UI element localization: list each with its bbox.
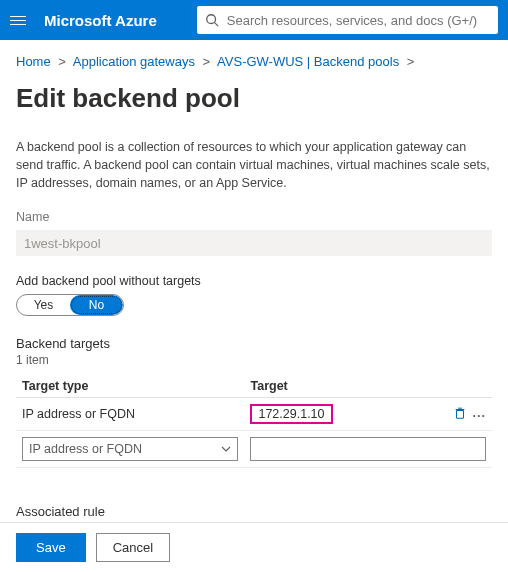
target-type-select[interactable]: IP address or FQDN xyxy=(22,437,238,461)
breadcrumb: Home > Application gateways > AVS-GW-WUS… xyxy=(16,50,492,79)
svg-point-0 xyxy=(207,15,216,24)
chevron-right-icon: > xyxy=(58,54,66,69)
table-row-new: IP address or FQDN xyxy=(16,431,492,468)
page-description: A backend pool is a collection of resour… xyxy=(16,138,492,192)
target-value: 172.29.1.10 xyxy=(250,404,332,424)
add-without-targets-toggle[interactable]: Yes No xyxy=(16,294,124,316)
col-target: Target xyxy=(244,375,434,398)
breadcrumb-backend-pools[interactable]: AVS-GW-WUS | Backend pools xyxy=(217,54,399,69)
toggle-no[interactable]: No xyxy=(70,295,123,315)
main-content: Home > Application gateways > AVS-GW-WUS… xyxy=(0,40,508,536)
breadcrumb-app-gateways[interactable]: Application gateways xyxy=(73,54,195,69)
global-search[interactable] xyxy=(197,6,498,34)
backend-targets-table: Target type Target IP address or FQDN 17… xyxy=(16,375,492,468)
associated-rule-label: Associated rule xyxy=(16,504,492,519)
table-row: IP address or FQDN 172.29.1.10 ··· xyxy=(16,398,492,431)
search-icon xyxy=(205,13,219,27)
chevron-down-icon xyxy=(221,444,231,454)
backend-targets-header: Backend targets xyxy=(16,336,492,351)
menu-icon[interactable] xyxy=(10,10,30,30)
save-button[interactable]: Save xyxy=(16,533,86,562)
col-target-type: Target type xyxy=(16,375,244,398)
brand-logo[interactable]: Microsoft Azure xyxy=(44,12,157,29)
target-input[interactable] xyxy=(250,437,486,461)
name-label: Name xyxy=(16,210,492,224)
page-title: Edit backend pool xyxy=(16,83,492,114)
top-bar: Microsoft Azure xyxy=(0,0,508,40)
backend-targets-count: 1 item xyxy=(16,353,492,367)
chevron-right-icon: > xyxy=(407,54,415,69)
toggle-yes[interactable]: Yes xyxy=(17,295,70,315)
target-type-placeholder: IP address or FQDN xyxy=(29,442,142,456)
svg-line-1 xyxy=(214,23,218,27)
cancel-button[interactable]: Cancel xyxy=(96,533,170,562)
footer: Save Cancel xyxy=(0,522,508,572)
global-search-input[interactable] xyxy=(225,12,490,29)
add-without-targets-label: Add backend pool without targets xyxy=(16,274,492,288)
breadcrumb-home[interactable]: Home xyxy=(16,54,51,69)
chevron-right-icon: > xyxy=(203,54,211,69)
delete-icon[interactable] xyxy=(453,409,470,423)
svg-rect-2 xyxy=(457,410,464,418)
more-icon[interactable]: ··· xyxy=(473,409,486,423)
name-input xyxy=(16,230,492,256)
target-type-value: IP address or FQDN xyxy=(16,398,244,431)
